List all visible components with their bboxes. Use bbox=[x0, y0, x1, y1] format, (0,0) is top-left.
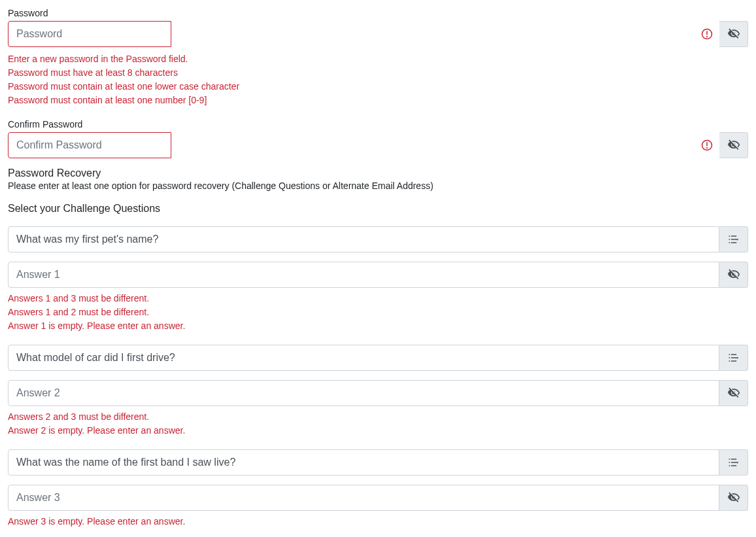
list-dropdown-icon bbox=[727, 233, 740, 246]
answer-2-input[interactable] bbox=[8, 380, 719, 406]
svg-point-5 bbox=[707, 148, 708, 148]
toggle-answer-3-visibility-button[interactable] bbox=[719, 485, 748, 511]
eye-off-icon bbox=[727, 139, 740, 152]
svg-point-2 bbox=[707, 37, 708, 37]
challenge-question-3: What was the name of the first band I sa… bbox=[8, 449, 719, 476]
password-label: Password bbox=[8, 8, 748, 18]
eye-off-icon bbox=[727, 491, 740, 504]
error-message: Answer 3 is empty. Please enter an answe… bbox=[8, 515, 748, 528]
error-message: Password must contain at least one lower… bbox=[8, 80, 748, 94]
error-message: Answers 1 and 2 must be different. bbox=[8, 305, 748, 319]
challenge-question-2: What model of car did I first drive? bbox=[8, 345, 719, 371]
eye-off-icon bbox=[727, 268, 740, 281]
error-message: Enter a new password in the Password fie… bbox=[8, 52, 748, 66]
error-message: Answers 2 and 3 must be different. bbox=[8, 410, 748, 424]
select-question-2-button[interactable] bbox=[719, 345, 748, 371]
error-message: Answer 2 is empty. Please enter an answe… bbox=[8, 424, 748, 438]
password-recovery-subtext: Please enter at least one option for pas… bbox=[8, 181, 748, 191]
error-icon bbox=[701, 28, 713, 40]
select-question-3-button[interactable] bbox=[719, 449, 748, 476]
list-dropdown-icon bbox=[727, 351, 740, 364]
answer-3-input[interactable] bbox=[8, 485, 719, 511]
toggle-answer-2-visibility-button[interactable] bbox=[719, 380, 748, 406]
password-input[interactable] bbox=[8, 21, 171, 47]
error-icon bbox=[701, 139, 713, 151]
eye-off-icon bbox=[727, 27, 740, 41]
password-recovery-heading: Password Recovery bbox=[8, 167, 748, 179]
toggle-answer-1-visibility-button[interactable] bbox=[719, 262, 748, 288]
error-message: Password must contain at least one numbe… bbox=[8, 94, 748, 107]
answer-2-errors: Answers 2 and 3 must be different. Answe… bbox=[8, 410, 748, 438]
list-dropdown-icon bbox=[727, 456, 740, 469]
confirm-password-input[interactable] bbox=[8, 132, 171, 158]
svg-point-3 bbox=[702, 141, 712, 150]
challenge-questions-heading: Select your Challenge Questions bbox=[8, 203, 748, 215]
answer-1-input[interactable] bbox=[8, 262, 719, 288]
confirm-password-label: Confirm Password bbox=[8, 119, 748, 130]
answer-1-errors: Answers 1 and 3 must be different. Answe… bbox=[8, 292, 748, 333]
toggle-confirm-password-visibility-button[interactable] bbox=[719, 132, 748, 158]
error-message: Answer 1 is empty. Please enter an answe… bbox=[8, 319, 748, 333]
error-message: Answers 1 and 3 must be different. bbox=[8, 292, 748, 305]
svg-point-0 bbox=[702, 29, 712, 39]
select-question-1-button[interactable] bbox=[719, 226, 748, 252]
error-message: Password must have at least 8 characters bbox=[8, 66, 748, 80]
challenge-question-1: What was my first pet's name? bbox=[8, 226, 719, 252]
answer-3-errors: Answer 3 is empty. Please enter an answe… bbox=[8, 515, 748, 528]
toggle-password-visibility-button[interactable] bbox=[719, 21, 748, 47]
eye-off-icon bbox=[727, 387, 740, 400]
password-errors: Enter a new password in the Password fie… bbox=[8, 52, 748, 107]
